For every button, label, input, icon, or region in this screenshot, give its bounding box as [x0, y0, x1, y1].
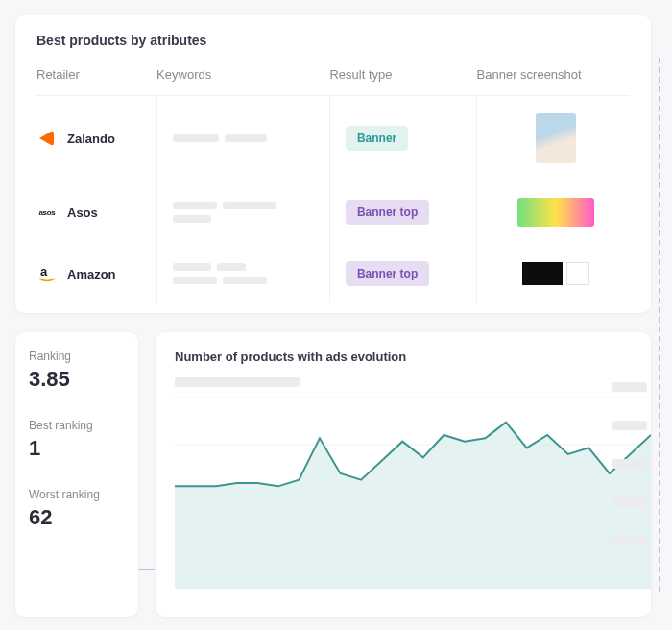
banner-thumbnail	[536, 113, 576, 163]
decorative-dashed-line	[659, 58, 660, 592]
chart-title: Number of products with ads evolution	[175, 350, 651, 364]
retailer-name: Zalando	[67, 132, 115, 146]
retailer-cell-asos: asos Asos	[36, 202, 145, 223]
col-banner-screenshot: Banner screenshot	[477, 60, 630, 96]
products-card-title: Best products by atributes	[36, 33, 630, 48]
retailer-name: Amazon	[67, 267, 116, 281]
ranking-label: Ranking	[29, 350, 125, 363]
banner-thumbnail	[492, 262, 618, 285]
table-row: a Amazon Banner top	[36, 244, 630, 303]
banner-thumbnail	[517, 198, 594, 227]
chart-legend-skeleton	[175, 377, 300, 387]
amazon-logo-icon: a	[36, 263, 58, 284]
col-result-type: Result type	[329, 60, 476, 96]
chart-card: Number of products with ads evolution	[156, 332, 651, 617]
ranking-value: 3.85	[29, 367, 125, 392]
result-type-badge: Banner	[346, 126, 408, 151]
svg-text:a: a	[40, 264, 48, 279]
rankings-card: Ranking 3.85 Best ranking 1 Worst rankin…	[15, 332, 138, 617]
asos-logo-icon: asos	[36, 202, 58, 223]
keywords-skeleton	[173, 134, 318, 142]
retailer-cell-amazon: a Amazon	[36, 263, 145, 284]
chart-side-indicators	[612, 382, 647, 545]
best-ranking-label: Best ranking	[29, 419, 125, 432]
col-retailer: Retailer	[36, 60, 156, 96]
keywords-skeleton	[173, 263, 318, 284]
worst-ranking-label: Worst ranking	[29, 488, 125, 501]
table-row: Zalando Banner	[36, 96, 630, 182]
line-chart-svg	[175, 397, 651, 589]
result-type-badge: Banner top	[346, 261, 429, 286]
col-keywords: Keywords	[156, 60, 329, 96]
products-table: Retailer Keywords Result type Banner scr…	[36, 60, 630, 303]
chart-area	[175, 397, 651, 589]
retailer-cell-zalando: Zalando	[36, 128, 145, 149]
keywords-skeleton	[173, 202, 318, 223]
worst-ranking-value: 62	[29, 505, 125, 530]
retailer-name: Asos	[67, 206, 98, 220]
products-card: Best products by atributes Retailer Keyw…	[15, 15, 651, 313]
best-ranking-value: 1	[29, 436, 125, 461]
zalando-logo-icon	[36, 128, 58, 149]
table-row: asos Asos Banner top	[36, 181, 630, 244]
result-type-badge: Banner top	[346, 200, 429, 225]
